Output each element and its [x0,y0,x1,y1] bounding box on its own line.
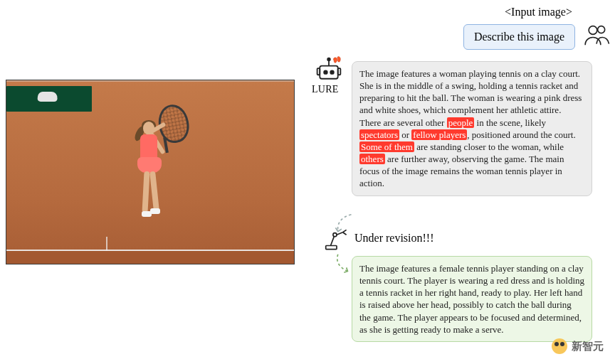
svg-rect-2 [320,66,337,79]
watermark-text: 新智元 [572,340,604,353]
lure-output-bubble: The image features a woman playing tenni… [352,61,592,196]
logo-shape [37,92,58,102]
svg-line-12 [337,232,343,235]
user-prompt-text: Describe this image [474,31,564,43]
lure-text-seg: or [399,129,411,140]
revision-label: Under revision!!! [354,232,434,245]
hallucination-span: Some of them [359,141,414,152]
lure-text-seg: , positioned around the court. [467,129,575,140]
player-skirt [137,157,162,173]
court-line [6,80,294,82]
lure-text-seg: in the scene, likely [474,117,546,128]
hallucination-span: people [447,117,475,128]
player-leg-right [149,171,159,212]
hallucination-span: spectators [359,129,399,140]
svg-rect-7 [317,68,320,75]
svg-rect-8 [338,68,341,75]
svg-point-3 [324,70,327,74]
user-prompt-bubble: Describe this image [463,24,575,50]
robotic-arm-icon [325,228,349,252]
svg-line-10 [331,236,335,246]
lure-label: LURE [312,84,339,95]
svg-point-0 [589,26,597,35]
source-watermark: 新智元 [552,338,604,354]
svg-point-1 [598,26,605,33]
hallucination-span: others [359,154,385,164]
revised-text: The image features a female tennis playe… [359,263,584,335]
users-icon [582,23,611,48]
svg-point-4 [330,70,334,74]
svg-rect-9 [326,246,337,250]
lure-robot-icon [315,55,343,85]
input-image [6,80,295,264]
svg-point-6 [327,58,330,61]
watermark-badge-icon [552,338,567,354]
court-foreground [6,251,294,264]
input-image-tag: <Input image> [505,6,572,18]
svg-point-11 [333,233,337,237]
hallucination-span: fellow players [411,129,467,140]
player-torso [140,134,157,160]
revised-output-bubble: The image features a female tennis playe… [352,256,592,342]
player-leg-left [142,171,149,213]
lure-text-seg: are further away, observing the game. Th… [359,154,564,188]
player-shoe-right [150,208,160,214]
lure-text-seg: are standing closer to the woman, while [414,141,564,152]
